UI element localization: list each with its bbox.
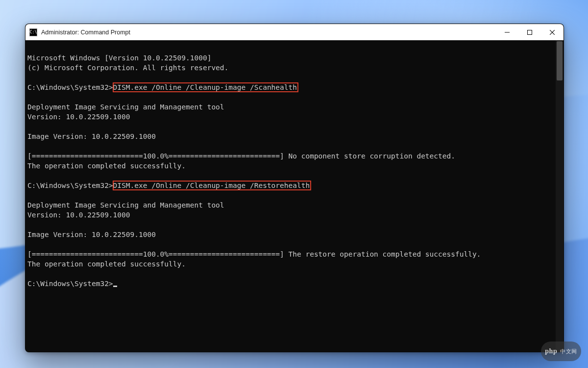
desktop-wallpaper: C:\ Administrator: Command Prompt Micros…: [0, 0, 588, 368]
output-line: The operation completed successfully.: [27, 260, 186, 268]
maximize-button[interactable]: [518, 24, 541, 40]
cmd-icon: C:\: [29, 28, 37, 36]
maximize-icon: [527, 30, 532, 35]
scroll-thumb[interactable]: [557, 41, 563, 80]
output-line: Deployment Image Servicing and Managemen…: [27, 201, 224, 209]
output-line: [==========================100.0%=======…: [27, 250, 481, 258]
cursor-icon: [113, 286, 117, 287]
output-line: Version: 10.0.22509.1000: [27, 211, 130, 219]
command-restorehealth: DISM.exe /Online /Cleanup-image /Restore…: [113, 181, 311, 190]
close-icon: [550, 30, 555, 35]
output-line: Image Version: 10.0.22509.1000: [27, 132, 156, 140]
terminal-output[interactable]: Microsoft Windows [Version 10.0.22509.10…: [25, 40, 556, 352]
watermark-logo-text: php: [545, 347, 557, 355]
window-title: Administrator: Command Prompt: [41, 29, 130, 36]
watermark-badge: php 中文网: [541, 342, 581, 361]
prompt-text: C:\Windows\System32>: [27, 182, 113, 189]
output-line: Microsoft Windows [Version 10.0.22509.10…: [27, 54, 211, 62]
command-prompt-window: C:\ Administrator: Command Prompt Micros…: [25, 24, 564, 352]
output-line: Version: 10.0.22509.1000: [27, 113, 130, 121]
command-scanhealth: DISM.exe /Online /Cleanup-image /Scanhea…: [113, 83, 298, 92]
titlebar[interactable]: C:\ Administrator: Command Prompt: [25, 24, 564, 40]
close-button[interactable]: [541, 24, 564, 40]
output-line: Deployment Image Servicing and Managemen…: [27, 103, 224, 111]
output-line: (c) Microsoft Corporation. All rights re…: [27, 64, 228, 72]
vertical-scrollbar[interactable]: [556, 40, 564, 352]
watermark-label: 中文网: [560, 348, 577, 355]
minimize-button[interactable]: [496, 24, 518, 40]
output-line: [==========================100.0%=======…: [27, 152, 455, 160]
svg-rect-0: [528, 30, 532, 34]
output-line: The operation completed successfully.: [27, 162, 186, 170]
prompt-text: C:\Windows\System32>: [27, 83, 113, 91]
terminal-area[interactable]: Microsoft Windows [Version 10.0.22509.10…: [25, 40, 564, 352]
output-line: Image Version: 10.0.22509.1000: [27, 231, 156, 238]
minimize-icon: [505, 30, 510, 35]
prompt-text: C:\Windows\System32>: [27, 280, 113, 288]
